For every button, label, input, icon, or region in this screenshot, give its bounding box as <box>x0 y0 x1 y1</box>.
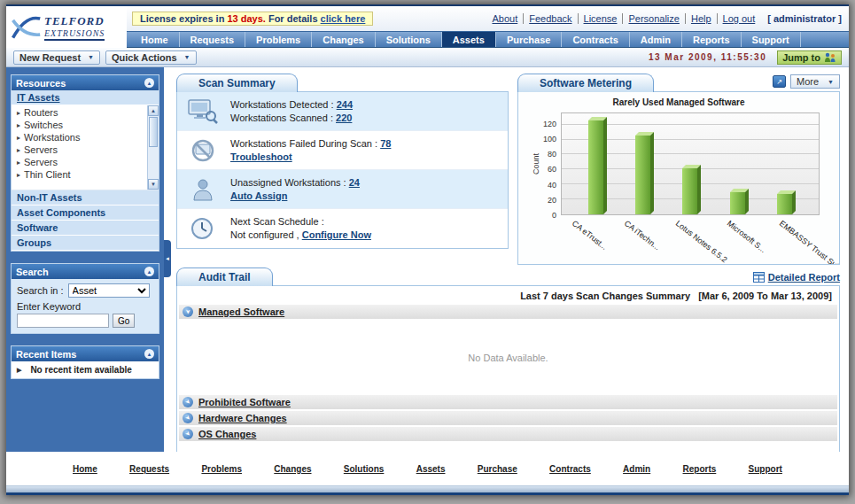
workstations-scanned-count[interactable]: 220 <box>336 112 352 123</box>
tab-assets[interactable]: Assets <box>442 32 496 47</box>
search-in-select[interactable]: Asset <box>68 283 150 298</box>
link-personalize[interactable]: Personalize <box>622 13 684 24</box>
panel-collapse-icon[interactable]: ▲ <box>144 78 154 88</box>
panel-collapse-icon[interactable]: ▲ <box>144 267 154 276</box>
tree-caret-icon[interactable]: ▸ <box>17 159 20 167</box>
tree-caret-icon[interactable]: ▸ <box>17 121 20 129</box>
tree-item-thin-client[interactable]: ▸ Thin Client <box>12 168 147 181</box>
quick-actions-label: Quick Actions <box>112 52 177 63</box>
footer-link-assets[interactable]: Assets <box>416 464 446 474</box>
scan-failed-count[interactable]: 78 <box>380 138 391 149</box>
section-expand-icon[interactable]: ➤ <box>183 397 193 407</box>
section-expand-icon[interactable]: ➤ <box>183 429 193 439</box>
tab-home[interactable]: Home <box>130 32 180 47</box>
tree-item-routers[interactable]: ▸ Routers <box>12 106 147 119</box>
tree-caret-icon[interactable]: ▸ <box>17 146 20 154</box>
tab-contracts[interactable]: Contracts <box>562 32 629 47</box>
main-navigation: Home Requests Problems Changes Solutions… <box>6 31 849 48</box>
audit-date-range: [Mar 6, 2009 To Mar 13, 2009] <box>698 291 832 301</box>
tree-caret-icon[interactable]: ▸ <box>17 134 20 142</box>
footer-link-home[interactable]: Home <box>73 464 97 474</box>
export-graph-icon[interactable]: ↗ <box>773 75 786 88</box>
new-request-button[interactable]: New Request ▼ <box>13 50 100 65</box>
more-dropdown-button[interactable]: More ▼ <box>790 74 840 89</box>
tree-item-servers-2[interactable]: ▸ Servers <box>12 156 147 168</box>
section-expand-icon[interactable]: ➤ <box>183 413 193 423</box>
unassigned-workstation-icon <box>184 175 222 204</box>
schedule-label: Next Scan Schedule : <box>230 216 324 227</box>
tab-support[interactable]: Support <box>742 32 801 47</box>
tree-caret-icon[interactable]: ▸ <box>17 171 20 179</box>
scrollbar-track[interactable] <box>148 116 159 179</box>
troubleshoot-link[interactable]: Troubleshoot <box>230 151 292 162</box>
section-hardware-changes[interactable]: ➤ Hardware Changes <box>179 411 837 425</box>
sidebar-item-asset-components[interactable]: Asset Components <box>12 205 159 221</box>
keyword-input[interactable] <box>17 314 109 328</box>
tree-scrollbar[interactable]: ▲ ▼ <box>147 105 159 190</box>
tab-admin[interactable]: Admin <box>630 32 682 47</box>
link-feedback[interactable]: Feedback <box>523 13 577 24</box>
link-license[interactable]: License <box>578 13 623 24</box>
scroll-down-icon[interactable]: ▼ <box>148 179 159 190</box>
workstations-detected-count[interactable]: 244 <box>337 99 353 110</box>
unassigned-label: Unassigned Workstations : <box>230 177 346 188</box>
footer-link-solutions[interactable]: Solutions <box>344 464 385 474</box>
tree-item-switches[interactable]: ▸ Switches <box>12 119 147 131</box>
search-panel-header: Search ▲ <box>12 264 159 279</box>
tab-reports[interactable]: Reports <box>682 32 742 47</box>
footer-link-changes[interactable]: Changes <box>274 464 311 474</box>
bar-3 <box>730 192 745 214</box>
panel-collapse-icon[interactable]: ▲ <box>144 349 154 359</box>
footer-link-purchase[interactable]: Purchase <box>478 464 517 474</box>
detailed-report-link[interactable]: Detailed Report <box>753 272 840 285</box>
tree-item-workstations[interactable]: ▸ Workstations <box>12 131 147 143</box>
scroll-up-icon[interactable]: ▲ <box>148 105 159 116</box>
footer-link-requests[interactable]: Requests <box>129 464 169 474</box>
footer-link-support[interactable]: Support <box>749 464 782 474</box>
tab-problems[interactable]: Problems <box>245 32 312 47</box>
audit-trail-widget: Audit Trail Detailed Report <box>176 267 840 452</box>
footer-link-contracts[interactable]: Contracts <box>549 464 591 474</box>
link-logout[interactable]: Log out <box>717 13 761 24</box>
section-label: OS Changes <box>198 429 256 439</box>
sidebar-item-non-it-assets[interactable]: Non-IT Assets <box>12 190 159 205</box>
section-expand-icon[interactable]: ➤ <box>183 306 193 317</box>
sidebar-item-it-assets[interactable]: IT Assets <box>12 90 159 105</box>
section-os-changes[interactable]: ➤ OS Changes <box>179 427 837 441</box>
footer-link-admin[interactable]: Admin <box>623 464 650 474</box>
tab-requests[interactable]: Requests <box>180 32 246 47</box>
unassigned-count[interactable]: 24 <box>349 177 360 188</box>
license-details-link[interactable]: click here <box>321 13 366 24</box>
section-prohibited-software[interactable]: ➤ Prohibited Software <box>179 395 837 409</box>
y-tick-label: 0 <box>552 211 556 220</box>
footer-link-problems[interactable]: Problems <box>201 464 242 474</box>
y-tick-label: 80 <box>548 150 556 159</box>
company-logo: TELFORD EXTRUSIONS <box>6 6 127 48</box>
tree-item-label: Thin Client <box>24 169 71 180</box>
search-go-button[interactable]: Go <box>113 314 135 328</box>
tab-solutions[interactable]: Solutions <box>376 32 442 47</box>
jump-to-button[interactable]: Jump to <box>777 50 842 65</box>
section-label: Managed Software <box>198 306 284 317</box>
quick-actions-button[interactable]: Quick Actions ▼ <box>105 50 197 65</box>
auto-assign-link[interactable]: Auto Assign <box>230 190 287 201</box>
tree-item-list: ▸ Routers ▸ Switches ▸ Workstations ▸ <box>12 105 147 190</box>
configure-now-link[interactable]: Configure Now <box>302 229 371 240</box>
software-metering-panel: Rarely Used Managed Software Count 02040… <box>517 91 840 265</box>
tree-item-label: Workstations <box>24 132 80 143</box>
link-about[interactable]: About <box>486 13 523 24</box>
tab-purchase[interactable]: Purchase <box>496 32 563 47</box>
tree-caret-icon[interactable]: ▸ <box>17 109 20 117</box>
sidebar-collapse-handle[interactable]: ◄ <box>164 240 171 277</box>
scrollbar-thumb[interactable] <box>149 117 158 147</box>
link-help[interactable]: Help <box>685 13 717 24</box>
footer-link-reports[interactable]: Reports <box>683 464 717 474</box>
category-label: EMBASSY Trust Sui... <box>778 219 840 265</box>
tab-changes[interactable]: Changes <box>312 32 375 47</box>
new-request-label: New Request <box>19 52 81 63</box>
sidebar-item-groups[interactable]: Groups <box>12 236 159 251</box>
sidebar-item-software[interactable]: Software <box>12 221 159 236</box>
tree-item-label: Routers <box>24 107 58 118</box>
tree-item-servers-1[interactable]: ▸ Servers <box>12 143 147 156</box>
section-managed-software[interactable]: ➤ Managed Software <box>179 305 837 319</box>
